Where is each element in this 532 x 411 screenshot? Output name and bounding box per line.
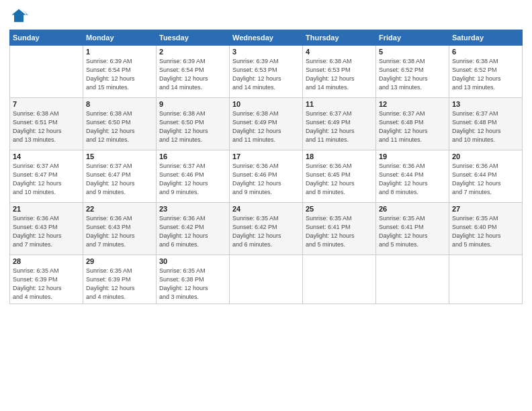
day-number: 23 <box>159 205 226 213</box>
day-number: 8 <box>86 100 153 108</box>
calendar-day-header: Monday <box>83 30 157 46</box>
day-info: Sunrise: 6:37 AM Sunset: 6:47 PM Dayligh… <box>86 162 153 197</box>
day-number: 20 <box>452 152 519 161</box>
day-number: 15 <box>86 152 153 161</box>
calendar-cell: 18Sunrise: 6:36 AM Sunset: 6:45 PM Dayli… <box>303 150 376 203</box>
day-number: 27 <box>452 205 519 213</box>
day-number: 25 <box>306 205 373 213</box>
day-info: Sunrise: 6:37 AM Sunset: 6:48 PM Dayligh… <box>379 109 446 144</box>
day-info: Sunrise: 6:36 AM Sunset: 6:42 PM Dayligh… <box>159 214 226 249</box>
day-info: Sunrise: 6:35 AM Sunset: 6:39 PM Dayligh… <box>86 267 153 302</box>
day-number: 16 <box>159 152 226 161</box>
day-number: 5 <box>379 48 446 56</box>
page: SundayMondayTuesdayWednesdayThursdayFrid… <box>0 0 532 411</box>
calendar-cell <box>449 255 523 304</box>
calendar-cell: 9Sunrise: 6:38 AM Sunset: 6:50 PM Daylig… <box>157 98 230 150</box>
calendar-day-header: Friday <box>376 30 449 46</box>
calendar-cell: 27Sunrise: 6:35 AM Sunset: 6:40 PM Dayli… <box>449 203 523 255</box>
day-info: Sunrise: 6:36 AM Sunset: 6:46 PM Dayligh… <box>232 162 300 197</box>
day-info: Sunrise: 6:38 AM Sunset: 6:53 PM Dayligh… <box>306 57 373 92</box>
calendar-header-row: SundayMondayTuesdayWednesdayThursdayFrid… <box>10 30 523 46</box>
calendar-cell: 4Sunrise: 6:38 AM Sunset: 6:53 PM Daylig… <box>303 46 376 98</box>
day-info: Sunrise: 6:35 AM Sunset: 6:41 PM Dayligh… <box>379 214 446 249</box>
day-number: 12 <box>379 100 446 108</box>
day-number: 11 <box>306 100 373 108</box>
calendar-cell: 15Sunrise: 6:37 AM Sunset: 6:47 PM Dayli… <box>83 150 157 203</box>
header <box>9 7 523 26</box>
day-number: 4 <box>306 48 373 56</box>
day-info: Sunrise: 6:39 AM Sunset: 6:54 PM Dayligh… <box>86 57 153 92</box>
day-number: 10 <box>232 100 300 108</box>
calendar-cell: 16Sunrise: 6:37 AM Sunset: 6:46 PM Dayli… <box>157 150 230 203</box>
calendar-day-header: Wednesday <box>230 30 303 46</box>
calendar-cell: 20Sunrise: 6:36 AM Sunset: 6:44 PM Dayli… <box>449 150 523 203</box>
day-number: 17 <box>232 152 300 161</box>
calendar-cell: 19Sunrise: 6:36 AM Sunset: 6:44 PM Dayli… <box>376 150 449 203</box>
calendar-cell: 6Sunrise: 6:38 AM Sunset: 6:52 PM Daylig… <box>449 46 523 98</box>
day-info: Sunrise: 6:38 AM Sunset: 6:49 PM Dayligh… <box>232 109 300 144</box>
day-info: Sunrise: 6:36 AM Sunset: 6:44 PM Dayligh… <box>452 162 519 197</box>
day-number: 14 <box>13 152 80 161</box>
calendar-cell: 21Sunrise: 6:36 AM Sunset: 6:43 PM Dayli… <box>10 203 83 255</box>
calendar-day-header: Saturday <box>449 30 523 46</box>
calendar-day-header: Tuesday <box>157 30 230 46</box>
day-info: Sunrise: 6:38 AM Sunset: 6:50 PM Dayligh… <box>159 109 226 144</box>
calendar-cell <box>10 46 83 98</box>
calendar-cell: 7Sunrise: 6:38 AM Sunset: 6:51 PM Daylig… <box>10 98 83 150</box>
calendar-cell: 8Sunrise: 6:38 AM Sunset: 6:50 PM Daylig… <box>83 98 157 150</box>
day-info: Sunrise: 6:39 AM Sunset: 6:54 PM Dayligh… <box>159 57 226 92</box>
day-info: Sunrise: 6:35 AM Sunset: 6:40 PM Dayligh… <box>452 214 519 249</box>
day-number: 28 <box>13 257 80 265</box>
calendar-cell: 3Sunrise: 6:39 AM Sunset: 6:53 PM Daylig… <box>230 46 303 98</box>
day-info: Sunrise: 6:36 AM Sunset: 6:43 PM Dayligh… <box>86 214 153 249</box>
calendar-cell: 11Sunrise: 6:37 AM Sunset: 6:49 PM Dayli… <box>303 98 376 150</box>
calendar-cell: 17Sunrise: 6:36 AM Sunset: 6:46 PM Dayli… <box>230 150 303 203</box>
day-number: 6 <box>452 48 519 56</box>
day-number: 9 <box>159 100 226 108</box>
calendar-cell: 5Sunrise: 6:38 AM Sunset: 6:52 PM Daylig… <box>376 46 449 98</box>
calendar-cell: 26Sunrise: 6:35 AM Sunset: 6:41 PM Dayli… <box>376 203 449 255</box>
day-info: Sunrise: 6:37 AM Sunset: 6:49 PM Dayligh… <box>306 109 373 144</box>
calendar-cell <box>376 255 449 304</box>
day-number: 7 <box>13 100 80 108</box>
day-number: 19 <box>379 152 446 161</box>
calendar-cell: 30Sunrise: 6:35 AM Sunset: 6:38 PM Dayli… <box>157 255 230 304</box>
day-info: Sunrise: 6:36 AM Sunset: 6:44 PM Dayligh… <box>379 162 446 197</box>
calendar-cell: 22Sunrise: 6:36 AM Sunset: 6:43 PM Dayli… <box>83 203 157 255</box>
calendar-cell: 25Sunrise: 6:35 AM Sunset: 6:41 PM Dayli… <box>303 203 376 255</box>
day-info: Sunrise: 6:38 AM Sunset: 6:52 PM Dayligh… <box>379 57 446 92</box>
day-info: Sunrise: 6:35 AM Sunset: 6:38 PM Dayligh… <box>159 267 226 302</box>
calendar-cell <box>230 255 303 304</box>
day-info: Sunrise: 6:35 AM Sunset: 6:41 PM Dayligh… <box>306 214 373 249</box>
calendar-cell: 14Sunrise: 6:37 AM Sunset: 6:47 PM Dayli… <box>10 150 83 203</box>
calendar-cell: 2Sunrise: 6:39 AM Sunset: 6:54 PM Daylig… <box>157 46 230 98</box>
day-info: Sunrise: 6:38 AM Sunset: 6:52 PM Dayligh… <box>452 57 519 92</box>
day-number: 21 <box>13 205 80 213</box>
day-number: 26 <box>379 205 446 213</box>
day-info: Sunrise: 6:37 AM Sunset: 6:46 PM Dayligh… <box>159 162 226 197</box>
day-info: Sunrise: 6:37 AM Sunset: 6:47 PM Dayligh… <box>13 162 80 197</box>
calendar-cell: 28Sunrise: 6:35 AM Sunset: 6:39 PM Dayli… <box>10 255 83 304</box>
day-number: 13 <box>452 100 519 108</box>
day-info: Sunrise: 6:35 AM Sunset: 6:39 PM Dayligh… <box>13 267 80 302</box>
day-info: Sunrise: 6:36 AM Sunset: 6:45 PM Dayligh… <box>306 162 373 197</box>
logo-icon <box>9 7 28 26</box>
calendar-cell: 24Sunrise: 6:35 AM Sunset: 6:42 PM Dayli… <box>230 203 303 255</box>
calendar-cell: 12Sunrise: 6:37 AM Sunset: 6:48 PM Dayli… <box>376 98 449 150</box>
day-info: Sunrise: 6:38 AM Sunset: 6:51 PM Dayligh… <box>13 109 80 144</box>
day-info: Sunrise: 6:37 AM Sunset: 6:48 PM Dayligh… <box>452 109 519 144</box>
day-info: Sunrise: 6:39 AM Sunset: 6:53 PM Dayligh… <box>232 57 300 92</box>
day-number: 3 <box>232 48 300 56</box>
day-number: 22 <box>86 205 153 213</box>
calendar-cell: 1Sunrise: 6:39 AM Sunset: 6:54 PM Daylig… <box>83 46 157 98</box>
day-number: 18 <box>306 152 373 161</box>
day-number: 30 <box>159 257 226 265</box>
calendar-table: SundayMondayTuesdayWednesdayThursdayFrid… <box>9 30 523 304</box>
day-number: 29 <box>86 257 153 265</box>
day-number: 1 <box>86 48 153 56</box>
day-number: 2 <box>159 48 226 56</box>
calendar-cell <box>303 255 376 304</box>
day-info: Sunrise: 6:35 AM Sunset: 6:42 PM Dayligh… <box>232 214 300 249</box>
day-number: 24 <box>232 205 300 213</box>
day-info: Sunrise: 6:36 AM Sunset: 6:43 PM Dayligh… <box>13 214 80 249</box>
